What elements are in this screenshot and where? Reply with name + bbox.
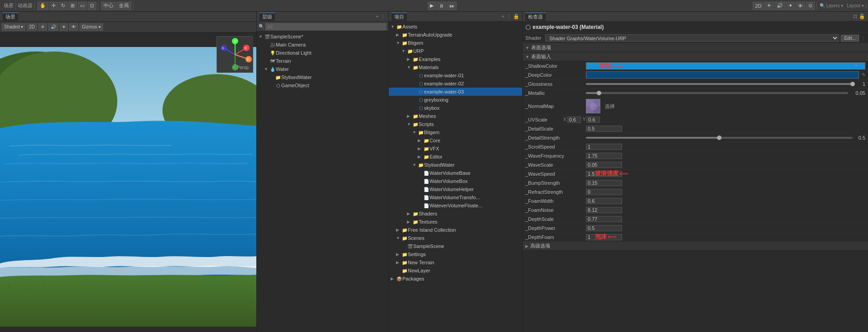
prop-value[interactable]: 0.15 <box>586 180 622 186</box>
project-item-skybox[interactable]: ⬡ skybox <box>389 104 522 112</box>
2d-btn[interactable]: 2D <box>753 2 764 10</box>
project-item-freeisland[interactable]: ▶ 📁 Free Island Collection <box>389 226 522 234</box>
project-item-packages[interactable]: ▶ 📦 Packages <box>389 275 522 283</box>
project-item-watervolumeBox[interactable]: 📄 WaterVolumeBox <box>389 177 522 185</box>
scene-tab[interactable]: 场景 <box>3 13 18 21</box>
project-item-example-water-01[interactable]: ⬡ example-water-01 <box>389 71 522 79</box>
prop-value[interactable]: 0.77 <box>586 216 622 222</box>
color-picker-icon[interactable]: ✎ <box>854 63 858 68</box>
rect-tool-btn[interactable]: ▭ <box>78 2 87 10</box>
2d-view-btn[interactable]: 2D <box>27 23 37 31</box>
project-item-watevervolumefloate[interactable]: 📄 WateverVolumeFloate... <box>389 201 522 210</box>
slider-thumb[interactable] <box>717 136 722 140</box>
hierarchy-item-dirlight[interactable]: 💡 Directional Light <box>257 49 388 57</box>
advanced-options-section[interactable]: ▶ 高级选项 <box>523 242 868 251</box>
prop-value[interactable]: 0.05 <box>586 162 622 168</box>
project-item-terrainautoupgrade[interactable]: ▶ 📁 TerrainAutoUpgrade <box>389 31 522 39</box>
surface-options-section[interactable]: ▼ 表面选项 <box>523 43 868 52</box>
effect-btn[interactable]: ✦ <box>786 2 795 10</box>
edit-shader-btn[interactable]: Edit... <box>841 35 859 42</box>
project-item-bitgem[interactable]: ▼ 📁 Bitgem <box>389 39 522 47</box>
glossiness-slider[interactable]: 1 <box>586 81 865 87</box>
global-btn[interactable]: 全局 <box>117 2 131 10</box>
prop-value[interactable]: 0.5 <box>586 225 622 231</box>
project-item-samplescene[interactable]: 🎬 SampleScene <box>389 242 522 250</box>
project-item-materials[interactable]: ▼ 📁 Materials <box>389 63 522 71</box>
lighting-btn[interactable]: ☀ <box>764 2 774 10</box>
shader-more-icon[interactable]: ⋮ <box>861 36 865 41</box>
hand-tool-btn[interactable]: ✋ <box>38 2 48 10</box>
hierarchy-item-water[interactable]: ▼ 💧 Water <box>257 65 388 73</box>
slider-thumb[interactable] <box>850 82 855 86</box>
project-item-scripts[interactable]: ▼ 📁 Scripts <box>389 120 522 128</box>
center-btn[interactable]: 中心 <box>101 2 116 10</box>
normalmap-texture[interactable] <box>586 99 600 113</box>
project-item-stylisedwater[interactable]: ▼ 📁 StylisedWater <box>389 161 522 169</box>
pause-btn[interactable]: ⏸ <box>437 2 446 10</box>
rotate-tool-btn[interactable]: ↻ <box>59 2 67 10</box>
hierarchy-item-stylisedwater[interactable]: 📁 StylisedWater <box>257 73 388 81</box>
step-btn[interactable]: ⏭ <box>447 2 457 10</box>
surface-inputs-section[interactable]: ▼ 表面输入 <box>523 52 868 61</box>
project-item-examples[interactable]: ▶ 📁 Examples <box>389 55 522 63</box>
shallow-color-swatch[interactable] <box>586 62 865 70</box>
project-tab[interactable]: 项目 <box>392 13 407 21</box>
slider-thumb[interactable] <box>597 91 601 95</box>
prop-value[interactable]: 8.12 <box>586 207 622 213</box>
project-item-watervolumehelper[interactable]: 📄 WaterVolumeHelper <box>389 185 522 193</box>
project-item-meshes[interactable]: ▶ 📁 Meshes <box>389 112 522 120</box>
project-lock-icon[interactable]: 🔒 <box>513 14 519 19</box>
scene-gizmos-btn[interactable]: Gizmos ▾ <box>80 23 103 31</box>
prop-value[interactable]: 0.5 <box>586 126 622 132</box>
orientation-gizmo[interactable]: X X Y Z < Persp <box>217 36 253 72</box>
scene-vis-btn[interactable]: 👁 <box>69 23 78 31</box>
inspector-tab[interactable]: 检查器 <box>525 13 546 21</box>
hierarchy-menu-icon[interactable]: ⋮ <box>381 14 386 19</box>
hierarchy-item-gameobject[interactable]: ⬡ GameObject <box>257 81 388 89</box>
scene-light-btn[interactable]: ☀ <box>38 23 47 31</box>
project-item-scenes[interactable]: ▼ 📁 Scenes <box>389 234 522 242</box>
scale-tool-btn[interactable]: ⊞ <box>68 2 77 10</box>
project-item-textures[interactable]: ▶ 📁 Textures <box>389 218 522 226</box>
audio-btn[interactable]: 🔊 <box>774 2 785 10</box>
project-item-core[interactable]: ▶ 📁 Core <box>389 136 522 145</box>
shaded-btn[interactable]: Shaded ▾ <box>2 23 25 31</box>
transform-tool-btn[interactable]: ⊡ <box>88 2 96 10</box>
gizmos-btn[interactable]: ⊙ <box>806 2 815 10</box>
move-tool-btn[interactable]: ✛ <box>49 2 58 10</box>
deep-color-swatch[interactable] <box>586 71 859 79</box>
project-item-watervolumtransfo[interactable]: 📄 WaterVolumeTransfo... <box>389 193 522 201</box>
project-item-example-water-03[interactable]: ⬡ example-water-03 <box>389 88 522 96</box>
hierarchy-add-icon[interactable]: + <box>376 14 379 19</box>
project-menu-icon[interactable]: ⋮ <box>506 14 511 19</box>
prop-value[interactable]: 1 <box>586 234 622 240</box>
prop-value[interactable]: 0 <box>586 189 622 195</box>
color-picker-icon[interactable]: ✎ <box>862 72 865 77</box>
shader-value-select[interactable]: Shader Graphs/WaterVolume-URP <box>545 34 839 42</box>
scene-fx-btn[interactable]: ✦ <box>60 23 68 31</box>
project-item-assets[interactable]: ▼ 📁 Assets <box>389 23 522 31</box>
prop-value[interactable]: 1 <box>586 144 622 150</box>
project-item-urp[interactable]: ▼ 📁 URP <box>389 47 522 55</box>
project-add-icon[interactable]: + <box>502 14 505 19</box>
hierarchy-item-samplescene[interactable]: ▼ 🎬 SampleScene* <box>257 33 388 41</box>
hierarchy-item-maincamera[interactable]: 🎥 Main Camera <box>257 41 388 49</box>
uv-x-value[interactable]: 0.6 <box>567 117 581 123</box>
detailstrength-slider[interactable]: 0.5 <box>586 135 865 140</box>
project-item-watervolumebase[interactable]: 📄 WaterVolumeBase <box>389 169 522 177</box>
hierarchy-tab[interactable]: 层级 <box>259 13 275 21</box>
inspector-lock-icon[interactable]: 🔓 <box>859 14 865 19</box>
project-item-shaders[interactable]: ▶ 📁 Shaders <box>389 210 522 218</box>
inspector-debug-icon[interactable]: ⊡ <box>853 14 857 19</box>
prop-value[interactable]: 1.5 <box>586 171 622 177</box>
project-item-greyboxing[interactable]: ⬡ greyboxing <box>389 96 522 104</box>
prop-value[interactable]: 1.75 <box>586 153 622 159</box>
prop-value[interactable]: 0.6 <box>586 198 622 204</box>
project-item-example-water-02[interactable]: ⬡ example-water-02 <box>389 79 522 88</box>
project-item-vfx[interactable]: ▶ 📁 VFX <box>389 145 522 153</box>
uv-y-value[interactable]: 0.6 <box>586 117 600 123</box>
metallic-slider[interactable]: 0.05 <box>586 90 865 96</box>
scene-vis-btn[interactable]: 👁 <box>796 2 805 10</box>
hierarchy-item-terrain[interactable]: 🗺 Terrain <box>257 57 388 65</box>
project-item-bitgem-scripts[interactable]: ▼ 📁 Bitgem <box>389 128 522 136</box>
